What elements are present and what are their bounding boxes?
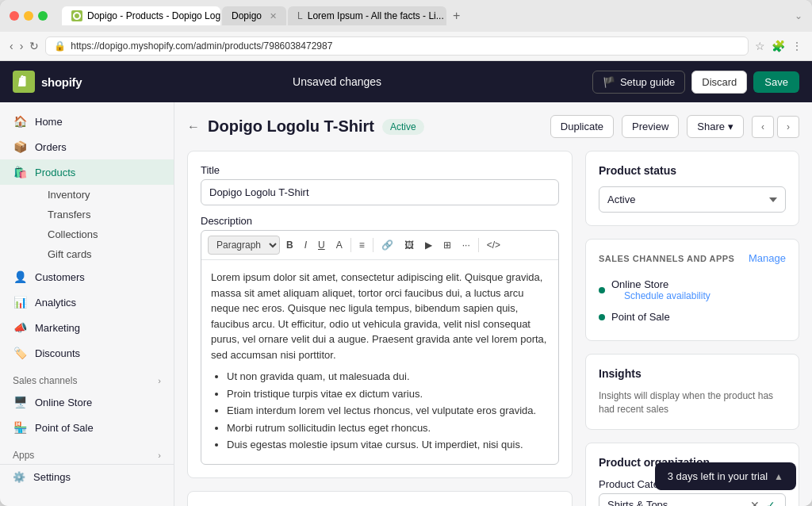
- sales-channels-header: SALES CHANNELS AND APPS Manage: [599, 252, 786, 264]
- sidebar-item-products[interactable]: 🛍️ Products: [0, 159, 174, 185]
- window-controls[interactable]: ⌄: [795, 10, 802, 21]
- channel-pos: Point of Sale: [599, 306, 786, 328]
- extensions-icon[interactable]: 🧩: [772, 40, 785, 52]
- settings-icon: ⚙️: [13, 471, 25, 483]
- orders-icon: 📦: [13, 140, 27, 153]
- trial-banner[interactable]: 3 days left in your trial ▲: [655, 462, 796, 490]
- tab-dopigo[interactable]: Dopigo ✕: [222, 6, 286, 25]
- insights-title: Insights: [599, 367, 786, 380]
- align-button[interactable]: ≡: [354, 236, 370, 254]
- sidebar-item-pos[interactable]: 🏪 Point of Sale: [0, 415, 174, 440]
- marketing-icon: 📣: [13, 321, 27, 334]
- channel-online-store: Online Store Schedule availability: [599, 274, 786, 306]
- sidebar-item-online-store[interactable]: 🖥️ Online Store: [0, 389, 174, 415]
- sidebar-item-gift-cards[interactable]: Gift cards: [35, 244, 174, 264]
- sidebar-item-customers[interactable]: 👤 Customers: [0, 264, 174, 289]
- tab-dopigo-close[interactable]: ✕: [270, 11, 277, 21]
- category-clear-button[interactable]: ✕: [749, 499, 761, 506]
- editor-bullet-list: Ut non gravida quam, ut malesuada dui. P…: [211, 369, 549, 453]
- sidebar-item-analytics[interactable]: 📊 Analytics: [0, 289, 174, 315]
- schedule-availability-link[interactable]: Schedule availability: [611, 290, 710, 301]
- close-dot[interactable]: [10, 11, 19, 21]
- content-area: ← Dopigo Logolu T-Shirt Active Duplicate…: [174, 102, 812, 506]
- discard-button[interactable]: Discard: [691, 71, 747, 94]
- sidebar-item-inventory[interactable]: Inventory: [35, 185, 174, 205]
- tab-lorem-label: Lorem Ipsum - All the facts - Li...: [308, 10, 444, 21]
- tab-lorem-favicon: L: [297, 10, 303, 21]
- sidebar-online-store-label: Online Store: [35, 397, 92, 408]
- menu-icon[interactable]: ⋮: [791, 40, 802, 52]
- manage-link[interactable]: Manage: [749, 252, 786, 264]
- flag-icon: 🏴: [603, 76, 615, 88]
- tab-lorem[interactable]: L Lorem Ipsum - All the facts - Li... ✕: [288, 6, 446, 25]
- url-bar[interactable]: 🔒 https://dopigo.myshopify.com/admin/pro…: [45, 36, 749, 56]
- sidebar-marketing-label: Marketing: [35, 322, 80, 334]
- prev-product-button[interactable]: ‹: [752, 116, 774, 138]
- table-button[interactable]: ⊞: [439, 236, 456, 254]
- status-select[interactable]: Active Draft Archived: [599, 186, 786, 213]
- underline-button[interactable]: U: [313, 236, 330, 254]
- editor-body-text: Lorem ipsum dolor sit amet, consectetur …: [211, 270, 549, 362]
- setup-guide-button[interactable]: 🏴 Setup guide: [592, 71, 685, 94]
- sidebar-item-home[interactable]: 🏠 Home: [0, 109, 174, 134]
- main-column: Title Description Paragraph: [187, 151, 573, 506]
- product-status-card: Product status Active Draft Archived: [585, 151, 799, 226]
- apps-section: Apps ›: [0, 440, 174, 464]
- color-button[interactable]: A: [331, 236, 347, 254]
- maximize-dot[interactable]: [38, 11, 48, 21]
- editor-content[interactable]: Lorem ipsum dolor sit amet, consectetur …: [201, 260, 558, 464]
- italic-button[interactable]: I: [300, 236, 312, 254]
- tab-favicon: [71, 10, 82, 21]
- sidebar-item-collections[interactable]: Collections: [35, 224, 174, 244]
- link-button[interactable]: 🔗: [377, 236, 398, 254]
- back-to-products-button[interactable]: ←: [187, 120, 200, 134]
- bold-button[interactable]: B: [282, 236, 298, 254]
- category-check-button[interactable]: ✓: [764, 499, 777, 506]
- media-button[interactable]: ▶: [420, 236, 437, 254]
- title-input[interactable]: [201, 179, 559, 205]
- shopify-label: shopify: [41, 75, 82, 89]
- editor-toolbar: Paragraph B I U A ≡: [201, 231, 558, 260]
- share-button[interactable]: Share ▾: [687, 115, 744, 138]
- pos-channel-name: Point of Sale: [611, 311, 670, 323]
- next-product-button[interactable]: ›: [777, 116, 799, 138]
- sidebar-orders-label: Orders: [35, 141, 67, 153]
- trial-message: 3 days left in your trial: [668, 470, 768, 482]
- share-chevron-icon: ▾: [728, 121, 733, 132]
- sidebar-item-marketing[interactable]: 📣 Marketing: [0, 315, 174, 340]
- category-input[interactable]: Shirts & Tops ✕ ✓: [599, 493, 786, 506]
- duplicate-button[interactable]: Duplicate: [550, 115, 614, 138]
- pos-icon: 🏪: [13, 421, 27, 434]
- sidebar-item-orders[interactable]: 📦 Orders: [0, 134, 174, 159]
- sidebar-item-settings[interactable]: ⚙️ Settings: [0, 464, 174, 489]
- bullet-item-1: Ut non gravida quam, ut malesuada dui.: [227, 369, 549, 385]
- forward-button[interactable]: ›: [20, 40, 24, 52]
- bullet-item-3: Etiam interdum lorem vel lectus rhoncus,…: [227, 403, 549, 419]
- sidebar-home-label: Home: [35, 116, 63, 128]
- side-column: Product status Active Draft Archived SAL…: [585, 151, 799, 506]
- trial-chevron-icon: ▲: [774, 471, 783, 482]
- online-store-name: Online Store: [611, 278, 710, 290]
- browser-tabs: Dopigo - Products - Dopigo Log... ✕ Dopi…: [62, 6, 788, 25]
- bookmark-icon[interactable]: ☆: [755, 40, 765, 52]
- back-button[interactable]: ‹: [10, 40, 13, 52]
- sidebar-pos-label: Point of Sale: [35, 422, 94, 434]
- save-button[interactable]: Save: [753, 71, 799, 93]
- new-tab-button[interactable]: +: [448, 9, 465, 23]
- sidebar-customers-label: Customers: [35, 271, 85, 283]
- tab-active[interactable]: Dopigo - Products - Dopigo Log... ✕: [62, 6, 220, 25]
- paragraph-select[interactable]: Paragraph: [208, 236, 280, 255]
- refresh-button[interactable]: ↻: [29, 40, 39, 52]
- preview-button[interactable]: Preview: [622, 115, 679, 138]
- shopify-icon: [13, 71, 35, 93]
- more-button[interactable]: ···: [458, 236, 475, 254]
- tab-dopigo-label: Dopigo: [232, 10, 262, 21]
- sidebar-item-discounts[interactable]: 🏷️ Discounts: [0, 340, 174, 366]
- source-button[interactable]: </>: [482, 236, 505, 254]
- settings-label: Settings: [33, 471, 71, 483]
- chevron-right-icon: ›: [158, 376, 161, 385]
- image-button[interactable]: 🖼: [400, 236, 419, 254]
- category-value: Shirts & Tops: [607, 499, 749, 506]
- minimize-dot[interactable]: [24, 11, 33, 21]
- sidebar-item-transfers[interactable]: Transfers: [35, 205, 174, 224]
